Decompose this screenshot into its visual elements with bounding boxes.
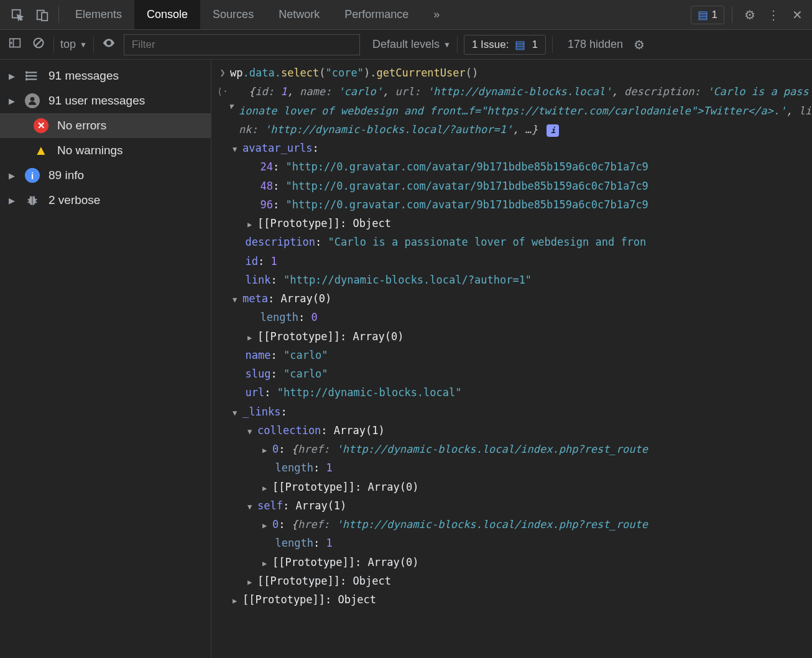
eye-icon[interactable] xyxy=(100,36,118,53)
inspect-icon[interactable] xyxy=(5,8,30,22)
levels-label: Default levels xyxy=(372,38,440,51)
prop-self[interactable]: ▼self: Array(1) xyxy=(215,496,812,515)
result-preview: ▼{id: 1, name: 'carlo', url: 'http://dyn… xyxy=(230,82,812,139)
context-selector[interactable]: top ▼ xyxy=(60,38,87,51)
issues-label: 1 Issue: xyxy=(472,39,509,51)
prop-prototype[interactable]: ▶[[Prototype]]: Array(0) xyxy=(215,478,812,496)
tab-performance[interactable]: Performance xyxy=(332,0,421,29)
command-text: wp.data.select("core").getCurrentUser() xyxy=(230,63,812,82)
issues-badge-count: 1 xyxy=(712,9,717,21)
prop-24[interactable]: 24: "http://0.gravatar.com/avatar/9b171b… xyxy=(215,157,812,176)
sidebar-item-label: No warnings xyxy=(57,144,123,157)
sidebar-item-label: 91 messages xyxy=(48,69,119,83)
caret-icon: ▶ xyxy=(9,72,16,81)
message-icon: ▤ xyxy=(698,8,708,22)
prop-96[interactable]: 96: "http://0.gravatar.com/avatar/9b171b… xyxy=(215,195,812,214)
svg-rect-2 xyxy=(42,12,47,21)
prop-48[interactable]: 48: "http://0.gravatar.com/avatar/9b171b… xyxy=(215,177,812,195)
caret-icon[interactable]: ▶ xyxy=(233,595,240,608)
console-settings-icon[interactable]: ⚙ xyxy=(629,37,649,52)
info-badge-icon[interactable]: i xyxy=(547,124,559,137)
caret-icon[interactable]: ▼ xyxy=(247,501,255,514)
tab-elements[interactable]: Elements xyxy=(63,0,134,29)
console-result-line[interactable]: ⟨· ▼{id: 1, name: 'carlo', url: 'http://… xyxy=(215,82,812,139)
caret-icon[interactable]: ▶ xyxy=(247,576,255,589)
prop-avatar-urls[interactable]: ▼avatar_urls: xyxy=(215,139,812,157)
prop-prototype[interactable]: ▶[[Prototype]]: Object xyxy=(215,572,812,590)
caret-icon[interactable]: ▶ xyxy=(262,519,270,532)
svg-point-7 xyxy=(108,42,110,44)
warning-icon: ▲ xyxy=(34,143,48,158)
devtools-tab-bar: Elements Console Sources Network Perform… xyxy=(0,0,812,30)
issues-count: 1 xyxy=(532,39,537,51)
error-icon: ✕ xyxy=(34,118,48,133)
tab-network[interactable]: Network xyxy=(266,0,332,29)
sidebar-item-label: No errors xyxy=(57,119,106,132)
caret-icon: ▶ xyxy=(9,196,16,205)
caret-icon: ▶ xyxy=(9,171,16,180)
log-levels-selector[interactable]: Default levels ▼ xyxy=(372,38,451,51)
prop-prototype[interactable]: ▶[[Prototype]]: Array(0) xyxy=(215,327,812,346)
sidebar-item-verbose[interactable]: ▶ 2 verbose xyxy=(0,188,211,213)
sidebar-item-label: 2 verbose xyxy=(48,193,100,207)
sidebar-item-errors[interactable]: ✕ No errors xyxy=(0,113,211,138)
clear-console-icon[interactable] xyxy=(30,37,47,52)
caret-icon[interactable]: ▶ xyxy=(247,331,255,345)
caret-icon[interactable]: ▶ xyxy=(262,557,270,570)
tabs: Elements Console Sources Network Perform… xyxy=(63,0,452,29)
prop-name[interactable]: name: "carlo" xyxy=(215,346,812,364)
prompt-icon: ❯ xyxy=(215,63,230,81)
caret-icon[interactable]: ▼ xyxy=(229,100,236,113)
bug-icon xyxy=(25,193,40,208)
tab-overflow[interactable]: » xyxy=(421,0,452,29)
prop-link[interactable]: link: "http://dynamic-blocks.local/?auth… xyxy=(215,271,812,289)
issues-badge[interactable]: ▤ 1 xyxy=(691,6,724,24)
prop-id[interactable]: id: 1 xyxy=(215,252,812,271)
prop-prototype[interactable]: ▶[[Prototype]]: Array(0) xyxy=(215,553,812,572)
message-sidebar: ▶ 91 messages ▶ 91 user messages ✕ No er… xyxy=(0,60,211,658)
sidebar-toggle-icon[interactable] xyxy=(6,37,24,52)
tab-console[interactable]: Console xyxy=(134,0,200,29)
prop-length[interactable]: length: 0 xyxy=(215,308,812,327)
more-icon[interactable]: ⋮ xyxy=(764,7,783,22)
prop-collection[interactable]: ▼collection: Array(1) xyxy=(215,421,812,440)
caret-icon[interactable]: ▼ xyxy=(233,143,240,156)
svg-point-11 xyxy=(26,72,27,73)
issues-button[interactable]: 1 Issue: ▤ 1 xyxy=(464,35,546,55)
sidebar-item-label: 91 user messages xyxy=(48,94,145,108)
caret-icon[interactable]: ▶ xyxy=(262,444,270,457)
svg-line-6 xyxy=(35,40,42,46)
prop-meta[interactable]: ▼meta: Array(0) xyxy=(215,289,812,308)
separator xyxy=(552,37,553,53)
sidebar-item-messages[interactable]: ▶ 91 messages xyxy=(0,63,211,88)
caret-icon[interactable]: ▶ xyxy=(247,218,255,231)
prop-length[interactable]: length: 1 xyxy=(215,534,812,552)
sidebar-item-label: 89 info xyxy=(48,169,84,182)
sidebar-item-info[interactable]: ▶ i 89 info xyxy=(0,163,211,188)
close-icon[interactable]: ✕ xyxy=(787,7,807,22)
separator xyxy=(53,37,54,53)
prop-slug[interactable]: slug: "carlo" xyxy=(215,364,812,383)
caret-icon[interactable]: ▼ xyxy=(247,425,255,438)
caret-icon[interactable]: ▼ xyxy=(233,407,240,420)
prop-links[interactable]: ▼_links: xyxy=(215,402,812,421)
prop-prototype[interactable]: ▶[[Prototype]]: Object xyxy=(215,214,812,233)
console-output[interactable]: ❯ wp.data.select("core").getCurrentUser(… xyxy=(211,60,812,658)
sidebar-item-warnings[interactable]: ▲ No warnings xyxy=(0,138,211,163)
prop-description[interactable]: description: "Carlo is a passionate love… xyxy=(215,233,812,251)
separator xyxy=(93,37,94,53)
settings-icon[interactable]: ⚙ xyxy=(740,7,760,22)
prop-index-0[interactable]: ▶0: {href: 'http://dynamic-blocks.local/… xyxy=(215,515,812,534)
prop-index-0[interactable]: ▶0: {href: 'http://dynamic-blocks.local/… xyxy=(215,440,812,458)
caret-icon[interactable]: ▶ xyxy=(262,482,270,495)
caret-icon[interactable]: ▼ xyxy=(233,294,240,307)
sidebar-item-user-messages[interactable]: ▶ 91 user messages xyxy=(0,88,211,113)
separator xyxy=(58,7,59,23)
svg-point-13 xyxy=(26,79,27,80)
device-toggle-icon[interactable] xyxy=(30,8,55,22)
prop-url[interactable]: url: "http://dynamic-blocks.local" xyxy=(215,383,812,402)
filter-input[interactable] xyxy=(124,34,360,55)
tab-sources[interactable]: Sources xyxy=(200,0,266,29)
prop-prototype[interactable]: ▶[[Prototype]]: Object xyxy=(215,590,812,609)
prop-length[interactable]: length: 1 xyxy=(215,458,812,477)
